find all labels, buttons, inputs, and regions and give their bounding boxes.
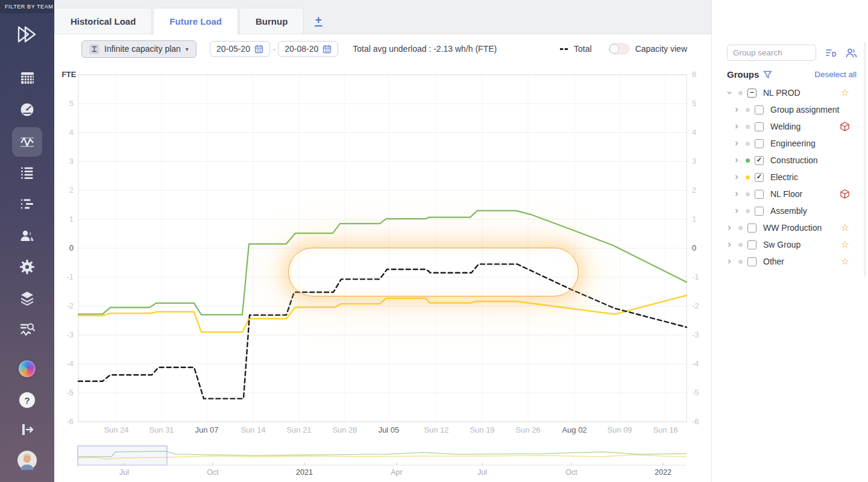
svg-text:3: 3 <box>692 157 696 166</box>
checkbox-unchecked[interactable] <box>755 207 764 216</box>
tree-row-engineering[interactable]: Engineering <box>712 135 861 152</box>
nav-logout-icon[interactable] <box>0 422 54 437</box>
tree-label: Electric <box>770 172 798 182</box>
sort-list-icon[interactable]: D <box>826 48 837 58</box>
svg-text:Sun 19: Sun 19 <box>470 425 494 434</box>
svg-text:Apr: Apr <box>391 468 402 477</box>
cube-icon[interactable] <box>840 189 849 199</box>
load-chart[interactable]: FTE-6-6-5-5-4-4-3-3-2-2-1-10011223344556… <box>54 0 711 482</box>
svg-text:2: 2 <box>692 186 696 195</box>
people-filter-icon[interactable] <box>846 48 857 58</box>
checkbox-unchecked[interactable] <box>755 190 764 199</box>
svg-text:1: 1 <box>69 214 74 224</box>
tree-row-welding[interactable]: Welding <box>712 118 861 135</box>
chevron-right-icon[interactable] <box>726 242 735 248</box>
nav-people-icon[interactable] <box>0 228 54 243</box>
svg-text:Jul: Jul <box>477 468 487 477</box>
chevron-right-icon[interactable] <box>726 258 735 264</box>
nav-gear-icon[interactable] <box>0 259 54 275</box>
tree-row-nl-floor[interactable]: NL Floor <box>712 186 861 202</box>
tree-row-ww-production[interactable]: WW Production☆ <box>712 219 861 236</box>
checkbox-checked[interactable]: ✓ <box>755 156 764 165</box>
chevron-right-icon[interactable] <box>734 140 742 146</box>
chevron-right-icon[interactable] <box>734 107 742 113</box>
tree-row-group-assignment[interactable]: Group assignment <box>712 101 861 118</box>
nav-list-icon[interactable] <box>0 166 54 180</box>
app-logo-icon[interactable] <box>0 22 54 47</box>
svg-text:4: 4 <box>692 128 696 137</box>
tree-row-electric[interactable]: ✓Electric <box>712 169 861 186</box>
status-dot <box>746 158 750 163</box>
svg-text:-1: -1 <box>692 272 699 281</box>
chevron-right-icon[interactable] <box>726 225 735 231</box>
checkbox-unchecked[interactable] <box>755 105 764 114</box>
checkbox-unchecked[interactable] <box>747 257 756 266</box>
user-avatar[interactable] <box>0 451 54 470</box>
status-dot <box>746 209 750 213</box>
svg-text:Sun 26: Sun 26 <box>515 425 540 434</box>
nav-activity-chart-icon[interactable] <box>0 134 54 150</box>
tree-row-nl-prod[interactable]: −NL PROD☆ <box>712 84 861 101</box>
chevron-right-icon[interactable] <box>734 124 742 130</box>
checkbox-indeterminate[interactable]: − <box>747 89 756 98</box>
svg-text:Sun 24: Sun 24 <box>104 425 128 434</box>
nav-search-list-icon[interactable] <box>0 322 54 338</box>
group-search-input[interactable] <box>727 45 816 61</box>
svg-text:Sun 21: Sun 21 <box>286 425 311 434</box>
chevron-down-icon[interactable] <box>726 90 735 96</box>
svg-text:4: 4 <box>69 128 74 137</box>
panel-scrollbar[interactable] <box>864 42 866 277</box>
tree-row-other[interactable]: Other☆ <box>712 253 861 270</box>
svg-text:2: 2 <box>69 186 74 195</box>
tree-label: NL PROD <box>763 88 800 98</box>
nav-calendar-grid-icon[interactable] <box>0 70 54 86</box>
checkbox-unchecked[interactable] <box>755 139 764 148</box>
checkbox-unchecked[interactable] <box>747 224 756 233</box>
filter-by-team-label: FILTER BY TEAM <box>0 0 54 13</box>
svg-text:-3: -3 <box>66 330 74 339</box>
svg-text:Sun 16: Sun 16 <box>653 425 678 434</box>
svg-text:Sun 14: Sun 14 <box>241 425 265 434</box>
svg-text:Aug 02: Aug 02 <box>562 425 587 434</box>
star-icon[interactable]: ☆ <box>841 240 849 249</box>
chevron-right-icon[interactable] <box>734 191 742 197</box>
main-content: Historical Load Future Load Burnup + Inf… <box>54 0 711 482</box>
nav-gantt-icon[interactable] <box>0 197 54 211</box>
star-icon[interactable]: ☆ <box>841 223 849 233</box>
status-dot <box>738 91 743 95</box>
groups-panel: D Groups Deselect all −NL PROD☆Group ass… <box>711 0 868 482</box>
tree-row-sw-group[interactable]: Sw Group☆ <box>712 236 861 253</box>
svg-text:-4: -4 <box>66 359 74 368</box>
cube-icon[interactable] <box>840 122 849 131</box>
svg-text:Jun 07: Jun 07 <box>195 425 218 434</box>
svg-text:2021: 2021 <box>296 468 313 477</box>
chevron-right-icon[interactable] <box>734 157 742 163</box>
deselect-all-link[interactable]: Deselect all <box>814 70 857 79</box>
svg-text:-2: -2 <box>66 301 74 310</box>
star-icon[interactable]: ☆ <box>841 257 849 266</box>
tree-label: Sw Group <box>763 240 800 249</box>
nav-gauge-icon[interactable] <box>0 102 54 117</box>
navigator-selection[interactable] <box>78 446 167 465</box>
svg-text:Sun 12: Sun 12 <box>424 425 448 434</box>
tree-label: Construction <box>770 155 818 165</box>
filter-funnel-icon[interactable] <box>763 70 772 79</box>
tree-row-construction[interactable]: ✓Construction <box>712 152 861 169</box>
checkbox-checked[interactable]: ✓ <box>755 173 764 182</box>
nav-help-icon[interactable]: ? <box>0 392 54 408</box>
nav-layers-icon[interactable] <box>0 290 54 306</box>
chevron-right-icon[interactable] <box>734 174 742 180</box>
tree-row-assembly[interactable]: Assembly <box>712 202 861 219</box>
chevron-right-icon[interactable] <box>734 208 742 214</box>
checkbox-unchecked[interactable] <box>755 122 764 131</box>
checkbox-unchecked[interactable] <box>747 240 756 249</box>
nav-orb-icon[interactable] <box>0 360 54 377</box>
svg-text:Oct: Oct <box>565 468 577 477</box>
star-icon[interactable]: ☆ <box>841 88 849 98</box>
svg-text:Sun 28: Sun 28 <box>332 425 357 434</box>
tree-label: Engineering <box>770 139 816 148</box>
svg-text:6: 6 <box>692 70 696 79</box>
svg-text:-6: -6 <box>66 417 74 426</box>
svg-text:-4: -4 <box>692 359 699 368</box>
svg-text:Sun 09: Sun 09 <box>607 425 632 434</box>
